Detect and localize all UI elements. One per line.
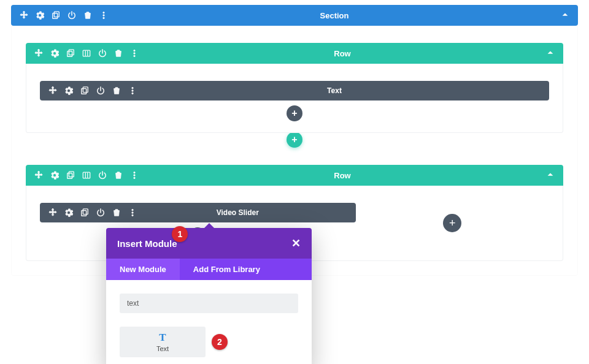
- svg-point-3: [103, 15, 104, 16]
- power-icon[interactable]: [67, 11, 76, 20]
- svg-rect-5: [67, 51, 72, 57]
- row-toolbar: [34, 49, 139, 58]
- tab-new-module[interactable]: New Module: [106, 259, 180, 280]
- modal-notch-icon: [204, 223, 215, 229]
- add-row-button[interactable]: +: [287, 132, 302, 148]
- svg-rect-6: [69, 50, 74, 55]
- row-body: Text +: [26, 64, 563, 133]
- section-header[interactable]: Section: [11, 5, 578, 26]
- module-text[interactable]: Text: [40, 81, 549, 100]
- more-icon[interactable]: [128, 86, 137, 95]
- modal-title: Insert Module: [117, 238, 177, 249]
- svg-rect-7: [83, 50, 90, 56]
- row-toolbar: [34, 171, 139, 180]
- svg-rect-26: [82, 211, 87, 216]
- columns-icon[interactable]: [82, 49, 91, 58]
- modal-header[interactable]: Insert Module ✕: [106, 228, 312, 259]
- module-video-slider[interactable]: Video Slider: [40, 203, 356, 222]
- more-icon[interactable]: [130, 49, 139, 58]
- svg-rect-13: [82, 89, 87, 94]
- move-icon[interactable]: [34, 49, 43, 58]
- more-icon[interactable]: [128, 208, 137, 217]
- text-icon: T: [159, 332, 166, 344]
- row-1: Row Text: [26, 43, 563, 148]
- trash-icon[interactable]: [83, 11, 92, 20]
- svg-rect-20: [83, 172, 90, 178]
- svg-point-2: [103, 12, 104, 13]
- move-icon[interactable]: [48, 208, 57, 217]
- columns-icon[interactable]: [82, 171, 91, 180]
- more-icon[interactable]: [99, 11, 108, 20]
- svg-point-12: [134, 55, 135, 56]
- svg-rect-18: [67, 173, 72, 179]
- modal-tabs: New Module Add From Library: [106, 259, 312, 280]
- more-icon[interactable]: [130, 171, 139, 180]
- duplicate-icon[interactable]: [52, 11, 60, 20]
- power-icon[interactable]: [96, 86, 105, 95]
- svg-rect-19: [69, 172, 74, 177]
- gear-icon[interactable]: [50, 171, 59, 180]
- move-icon[interactable]: [48, 86, 57, 95]
- chevron-up-icon[interactable]: [546, 170, 555, 181]
- row-title: Row: [139, 171, 546, 180]
- svg-rect-14: [83, 87, 88, 93]
- svg-rect-0: [53, 13, 58, 19]
- chevron-up-icon[interactable]: [561, 10, 569, 21]
- module-toolbar: [48, 208, 137, 217]
- svg-point-10: [134, 50, 135, 51]
- move-icon[interactable]: [20, 11, 28, 20]
- svg-rect-27: [83, 209, 88, 214]
- svg-point-24: [134, 175, 135, 176]
- row-header[interactable]: Row: [26, 165, 563, 186]
- tab-add-from-library[interactable]: Add From Library: [180, 259, 274, 280]
- svg-rect-1: [54, 12, 59, 17]
- section-title: Section: [108, 11, 561, 20]
- duplicate-icon[interactable]: [66, 171, 75, 180]
- duplicate-icon[interactable]: [80, 208, 89, 217]
- power-icon[interactable]: [98, 171, 107, 180]
- svg-point-25: [134, 177, 135, 178]
- section-toolbar: [20, 11, 108, 20]
- module-tile-text[interactable]: T Text: [120, 327, 206, 357]
- gear-icon[interactable]: [64, 208, 73, 217]
- svg-point-28: [132, 209, 133, 210]
- move-icon[interactable]: [34, 171, 43, 180]
- chevron-up-icon[interactable]: [546, 48, 555, 59]
- module-search-input[interactable]: [120, 294, 298, 313]
- module-title: Text: [137, 86, 532, 95]
- power-icon[interactable]: [96, 208, 105, 217]
- module-toolbar: [48, 86, 137, 95]
- annotation-badge-2: 2: [212, 334, 228, 350]
- svg-point-15: [132, 87, 133, 88]
- svg-point-23: [134, 172, 135, 173]
- svg-point-4: [103, 17, 104, 18]
- trash-icon[interactable]: [114, 171, 123, 180]
- trash-icon[interactable]: [114, 49, 123, 58]
- add-module-button[interactable]: +: [287, 105, 302, 121]
- trash-icon[interactable]: [112, 208, 121, 217]
- row-title: Row: [139, 49, 546, 58]
- duplicate-icon[interactable]: [66, 49, 75, 58]
- module-tile-label: Text: [156, 345, 169, 352]
- row-header[interactable]: Row: [26, 43, 563, 64]
- modal-body: T Text 2: [106, 280, 312, 364]
- gear-icon[interactable]: [50, 49, 59, 58]
- gear-icon[interactable]: [64, 86, 73, 95]
- svg-point-30: [132, 214, 133, 216]
- svg-point-29: [132, 212, 133, 213]
- svg-point-11: [134, 53, 135, 54]
- add-module-empty-column-button[interactable]: +: [443, 214, 461, 232]
- close-icon[interactable]: ✕: [291, 238, 301, 249]
- gear-icon[interactable]: [36, 11, 44, 20]
- trash-icon[interactable]: [112, 86, 121, 95]
- module-title: Video Slider: [137, 208, 339, 217]
- svg-point-17: [132, 93, 133, 94]
- power-icon[interactable]: [98, 49, 107, 58]
- svg-point-16: [132, 90, 133, 91]
- duplicate-icon[interactable]: [80, 86, 89, 95]
- insert-module-modal: Insert Module ✕ New Module Add From Libr…: [106, 228, 312, 364]
